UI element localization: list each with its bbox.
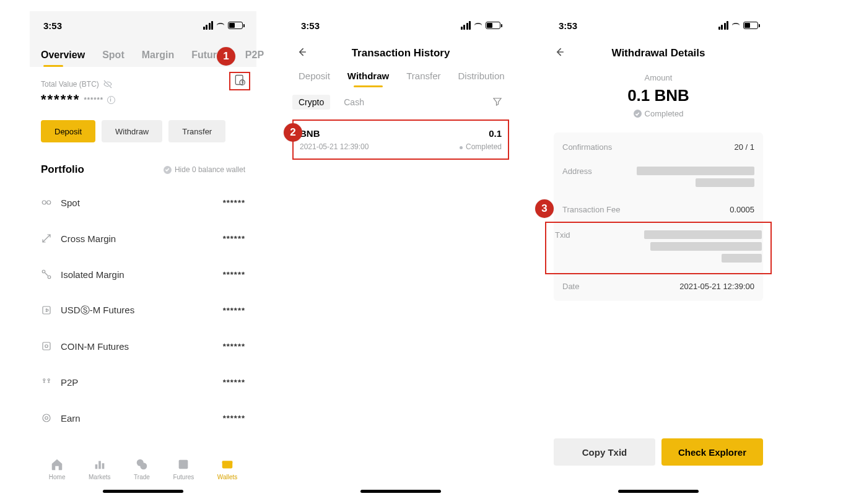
home-indicator: [103, 490, 183, 493]
detail-value: 20 / 1: [734, 142, 754, 152]
visibility-toggle-icon[interactable]: [103, 79, 113, 89]
portfolio-value: ******: [223, 234, 245, 243]
tab-overview[interactable]: Overview: [41, 50, 85, 61]
futures-icon: [41, 305, 52, 316]
screen-header: Transaction History: [287, 40, 514, 67]
history-type-tabs: Deposit Withdraw Transfer Distribution: [287, 67, 514, 87]
copy-txid-button[interactable]: Copy Txid: [554, 438, 655, 466]
portfolio-row-usds-m-futures[interactable]: USDⓈ-M Futures ******: [41, 292, 245, 328]
status-bar: 3:53: [545, 11, 772, 40]
svg-point-4: [42, 270, 45, 273]
svg-point-11: [43, 414, 50, 422]
status-bar: 3:53: [287, 11, 514, 40]
total-value-main: ******: [41, 92, 80, 108]
portfolio-value: ******: [223, 414, 245, 423]
wallets-icon: [220, 458, 234, 471]
nav-home[interactable]: Home: [49, 458, 66, 480]
futures-nav-icon: [177, 458, 190, 471]
filter-button[interactable]: [492, 96, 503, 109]
info-icon[interactable]: i: [107, 96, 115, 104]
tab-distribution[interactable]: Distribution: [458, 71, 505, 87]
tab-spot[interactable]: Spot: [102, 50, 124, 61]
svg-rect-14: [98, 461, 101, 469]
cellular-icon: [203, 21, 214, 30]
portfolio-row-coin-m-futures[interactable]: COIN-M Futures ******: [41, 328, 245, 364]
back-button[interactable]: [554, 46, 566, 61]
portfolio-row-spot[interactable]: Spot ******: [41, 185, 245, 220]
portfolio-label: Earn: [61, 413, 81, 424]
back-button[interactable]: [296, 46, 308, 61]
tab-p2p[interactable]: P2P: [245, 50, 264, 61]
check-explorer-button[interactable]: Check Explorer: [661, 438, 763, 466]
amount-label: Amount: [545, 73, 772, 82]
portfolio-value: ******: [223, 378, 245, 387]
tab-transfer[interactable]: Transfer: [406, 71, 440, 87]
asset-type-tabs: Crypto Cash: [287, 87, 514, 117]
portfolio-value: ******: [223, 198, 245, 207]
detail-key: Transaction Fee: [562, 205, 620, 214]
cellular-icon: [461, 21, 471, 30]
status-indicator: Completed: [634, 109, 684, 118]
portfolio-row-p2p[interactable]: P2P ******: [41, 364, 245, 400]
wifi-icon: [473, 22, 483, 29]
status-text: Completed: [645, 109, 684, 118]
svg-point-19: [182, 463, 186, 466]
withdraw-button[interactable]: Withdraw: [102, 120, 162, 142]
portfolio-row-isolated-margin[interactable]: Isolated Margin ******: [41, 256, 245, 292]
battery-icon: [486, 22, 500, 29]
amount-value: 0.1 BNB: [545, 86, 772, 105]
bottom-nav: Home Markets Trade Futures Wallets: [30, 448, 256, 489]
deposit-button[interactable]: Deposit: [41, 120, 95, 142]
subtab-crypto[interactable]: Crypto: [292, 95, 330, 110]
tx-status: Completed: [460, 142, 502, 151]
p2p-icon: [41, 376, 52, 388]
trade-icon: [135, 458, 149, 471]
transfer-button[interactable]: Transfer: [168, 120, 225, 142]
completed-check-icon: [634, 110, 642, 118]
isolated-margin-icon: [41, 269, 52, 280]
detail-key: Date: [562, 282, 579, 291]
detail-key: Confirmations: [562, 142, 612, 152]
withdrawal-details-screen: 3:53 Withdrawal Details Amount 0.1 BNB C…: [545, 11, 772, 495]
nav-wallets[interactable]: Wallets: [217, 458, 237, 480]
transaction-history-screen: 3:53 Transaction History Deposit Withdra…: [287, 11, 514, 495]
svg-point-5: [48, 276, 51, 279]
svg-rect-7: [43, 342, 50, 350]
tx-amount: 0.1: [489, 128, 502, 139]
wifi-icon: [731, 22, 741, 29]
tab-margin[interactable]: Margin: [142, 50, 174, 61]
detail-row-address: Address: [554, 159, 763, 198]
screen-header: Withdrawal Details: [545, 40, 772, 67]
nav-futures[interactable]: Futures: [173, 458, 194, 480]
hide-zero-label: Hide 0 balance wallet: [175, 165, 245, 174]
earn-icon: [41, 412, 52, 424]
header-title: Withdrawal Details: [545, 47, 772, 59]
header-title: Transaction History: [287, 47, 514, 59]
hide-zero-toggle[interactable]: Hide 0 balance wallet: [164, 165, 245, 174]
portfolio-row-cross-margin[interactable]: Cross Margin ******: [41, 220, 245, 256]
detail-value-masked: [644, 230, 762, 266]
tab-deposit[interactable]: Deposit: [299, 71, 330, 87]
svg-rect-13: [95, 464, 97, 469]
nav-label: Markets: [89, 474, 111, 480]
total-value-secondary: ******: [84, 96, 103, 103]
svg-rect-15: [102, 463, 104, 469]
portfolio-label: Cross Margin: [61, 233, 116, 244]
detail-row-txid[interactable]: Txid: [545, 222, 772, 274]
nav-label: Home: [49, 474, 66, 480]
status-time: 3:53: [43, 20, 62, 31]
transaction-history-button[interactable]: [229, 72, 250, 90]
transaction-row[interactable]: BNB 0.1 2021-05-21 12:39:00 Completed: [292, 119, 509, 160]
tab-withdraw[interactable]: Withdraw: [347, 71, 389, 87]
svg-point-8: [45, 345, 48, 348]
nav-label: Trade: [134, 474, 150, 480]
coinm-icon: [41, 341, 52, 352]
nav-markets[interactable]: Markets: [89, 458, 111, 480]
nav-trade[interactable]: Trade: [134, 458, 150, 480]
tx-asset: BNB: [300, 128, 320, 139]
status-right-icons: [718, 21, 759, 30]
detail-row-confirmations: Confirmations 20 / 1: [554, 135, 763, 159]
portfolio-row-earn[interactable]: Earn ******: [41, 400, 245, 436]
subtab-cash[interactable]: Cash: [344, 97, 364, 107]
detail-key: Address: [562, 167, 592, 176]
